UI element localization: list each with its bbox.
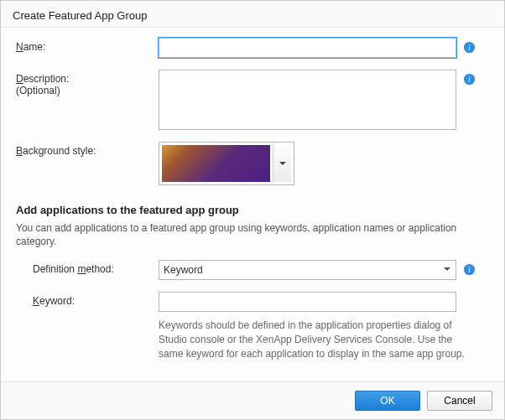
row-description: Description: (Optional) i (16, 70, 489, 130)
section-title: Add applications to the featured app gro… (16, 204, 489, 216)
description-label: Description: (Optional) (16, 70, 159, 96)
svg-text:i: i (468, 43, 471, 52)
description-input[interactable] (159, 70, 456, 130)
row-keyword: Keyword: (16, 292, 489, 312)
background-dropdown-button[interactable] (273, 145, 291, 182)
dialog-title: Create Featured App Group (1, 1, 504, 27)
row-name: Name: i (16, 38, 489, 58)
chevron-down-icon (279, 162, 286, 165)
keyword-label: Keyword: (16, 292, 159, 307)
cancel-button[interactable]: Cancel (427, 391, 492, 411)
background-style-picker[interactable] (159, 142, 294, 185)
svg-text:i: i (468, 266, 471, 275)
row-definition-method: Definition method: Keyword i (16, 260, 489, 280)
background-swatch (162, 145, 270, 182)
definition-method-select[interactable]: Keyword (159, 260, 456, 280)
definition-method-label: Definition method: (16, 260, 159, 275)
row-background: Background style: (16, 142, 489, 185)
ok-button[interactable]: OK (355, 391, 420, 411)
keyword-helper-text: Keywords should be defined in the applic… (159, 319, 465, 360)
dialog: Create Featured App Group Name: i Descri… (0, 0, 505, 420)
name-label: Name: (16, 38, 159, 53)
name-input[interactable] (159, 38, 456, 58)
info-icon[interactable]: i (463, 263, 476, 276)
svg-text:i: i (468, 75, 471, 84)
dialog-footer: OK Cancel (1, 381, 504, 419)
section-description: You can add applications to a featured a… (16, 221, 489, 248)
background-label: Background style: (16, 142, 159, 157)
info-icon[interactable]: i (463, 73, 476, 86)
dialog-body: Name: i Description: (Optional) i (1, 28, 504, 381)
keyword-input[interactable] (159, 292, 456, 312)
info-icon[interactable]: i (463, 41, 476, 54)
